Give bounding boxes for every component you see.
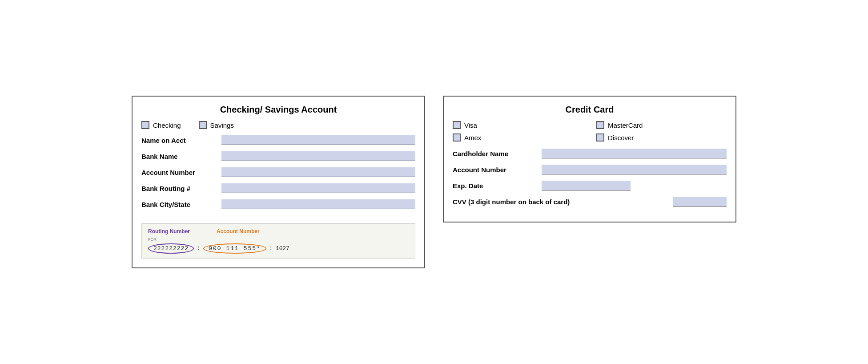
exp-date-input[interactable] — [542, 181, 631, 190]
cardholder-name-label: Cardholder Name — [453, 150, 542, 158]
cc-account-number-label: Account Number — [453, 166, 542, 174]
cvv-input[interactable] — [673, 197, 727, 206]
savings-checkbox-item[interactable]: Savings — [199, 121, 234, 129]
exp-date-label: Exp. Date — [453, 182, 542, 190]
visa-checkbox-item[interactable]: Visa — [453, 121, 583, 129]
separator-colon-2: : — [269, 245, 273, 252]
cc-account-number-input[interactable] — [542, 165, 727, 174]
account-number-row: Account Number — [141, 167, 415, 177]
checking-section-title: Checking/ Savings Account — [141, 105, 415, 115]
check-numbers-row: 222222222 : 000 111 555* : 1027 — [148, 243, 409, 254]
name-on-acct-input[interactable] — [221, 135, 415, 145]
account-number-label: Account Number — [141, 169, 221, 176]
bank-name-input[interactable] — [221, 151, 415, 161]
checking-savings-checkboxes: Checking Savings — [141, 121, 415, 129]
account-number-value: 000 111 555* — [203, 243, 266, 254]
cc-account-number-row: Account Number — [453, 165, 727, 174]
bank-routing-row: Bank Routing # — [141, 183, 415, 193]
name-on-acct-row: Name on Acct — [141, 135, 415, 145]
exp-date-row: Exp. Date — [453, 181, 727, 190]
discover-label: Discover — [608, 134, 634, 142]
checking-checkbox-item[interactable]: Checking — [141, 121, 181, 129]
separator-colon-1: : — [197, 245, 201, 252]
savings-checkbox[interactable] — [199, 121, 207, 129]
visa-checkbox[interactable] — [453, 121, 461, 129]
checking-label: Checking — [153, 121, 181, 129]
bank-name-label: Bank Name — [141, 153, 221, 160]
amex-checkbox[interactable] — [453, 133, 461, 142]
name-on-acct-label: Name on Acct — [141, 137, 221, 144]
cvv-row: CVV (3 digit number on back of card) — [453, 197, 727, 206]
discover-checkbox-item[interactable]: Discover — [596, 133, 727, 142]
check-diagram-labels: Routing Number Account Number — [148, 228, 409, 235]
bank-city-state-input[interactable] — [221, 199, 415, 209]
account-number-input[interactable] — [221, 167, 415, 177]
check-diagram: Routing Number Account Number FOR 222222… — [141, 223, 415, 259]
account-number-diagram-label: Account Number — [217, 228, 260, 235]
credit-card-section-title: Credit Card — [453, 105, 727, 115]
checking-checkbox[interactable] — [141, 121, 149, 129]
check-suffix: 1027 — [276, 245, 289, 252]
check-for-label: FOR — [148, 237, 409, 242]
bank-routing-label: Bank Routing # — [141, 185, 221, 192]
bank-name-row: Bank Name — [141, 151, 415, 161]
routing-number-label: Routing Number — [148, 228, 190, 235]
credit-card-section: Credit Card Visa MasterCard Amex Discove… — [443, 96, 736, 222]
discover-checkbox[interactable] — [596, 133, 604, 142]
page-wrapper: Checking/ Savings Account Checking Savin… — [132, 96, 736, 268]
mastercard-checkbox[interactable] — [596, 121, 604, 129]
bank-city-state-row: Bank City/State — [141, 199, 415, 209]
card-type-checkboxes: Visa MasterCard Amex Discover — [453, 121, 727, 142]
checking-savings-section: Checking/ Savings Account Checking Savin… — [132, 96, 425, 268]
bank-city-state-label: Bank City/State — [141, 201, 221, 208]
amex-label: Amex — [464, 134, 481, 142]
cvv-label: CVV (3 digit number on back of card) — [453, 198, 670, 206]
bank-routing-input[interactable] — [221, 183, 415, 193]
amex-checkbox-item[interactable]: Amex — [453, 133, 583, 142]
savings-label: Savings — [210, 121, 234, 129]
visa-label: Visa — [464, 121, 477, 129]
routing-number-value: 222222222 — [148, 243, 194, 254]
mastercard-label: MasterCard — [608, 121, 643, 129]
mastercard-checkbox-item[interactable]: MasterCard — [596, 121, 727, 129]
cardholder-name-input[interactable] — [542, 149, 727, 158]
cardholder-name-row: Cardholder Name — [453, 149, 727, 158]
